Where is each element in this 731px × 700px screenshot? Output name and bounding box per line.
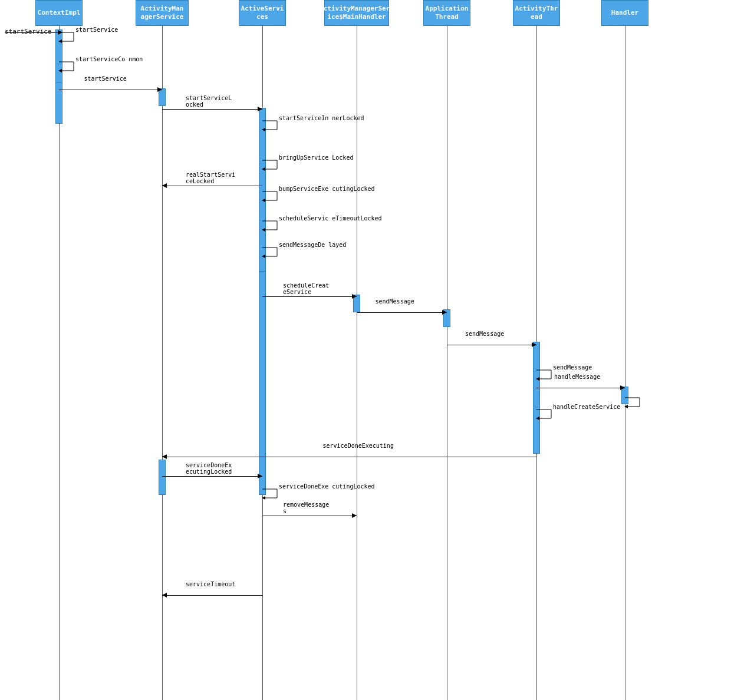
lifeline-line-activityManagerServiceMainHandler xyxy=(357,26,357,700)
lifeline-header-activeServices: ActiveServi ces xyxy=(239,0,286,26)
self-message-label: bumpServiceExe cutingLocked xyxy=(279,186,375,192)
sequence-diagram: ContextImplActivityMan agerServiceActive… xyxy=(0,0,731,700)
activation-activityThread xyxy=(533,342,540,454)
initial-arrowhead xyxy=(58,30,62,35)
message-arrow xyxy=(262,296,357,297)
message-arrow xyxy=(162,109,262,110)
self-message-label: bringUpService Locked xyxy=(279,154,353,161)
lifeline-header-contextImpl: ContextImpl xyxy=(35,0,83,26)
message-label: startServiceL ocked xyxy=(186,95,232,108)
initial-arrow xyxy=(5,32,59,33)
message-arrow xyxy=(162,595,262,596)
message-arrow xyxy=(536,388,625,388)
self-message-label: handleCreateService xyxy=(553,404,620,410)
lifeline-header-activityManagerServiceMainHandler: ActivityManagerServ ice$MainHandler xyxy=(324,0,389,26)
self-message-label: startService xyxy=(75,27,118,33)
message-arrow xyxy=(447,345,536,345)
self-message-label: serviceDoneExe cutingLocked xyxy=(279,483,375,490)
self-message-label: scheduleServic eTimeoutLocked xyxy=(279,215,382,222)
message-arrow xyxy=(262,516,357,516)
lifeline-header-activityManagerService: ActivityMan agerService xyxy=(136,0,189,26)
message-arrow xyxy=(162,476,262,477)
activation-activeServices xyxy=(259,271,266,495)
lifeline-line-activityManagerService xyxy=(162,26,163,700)
lifeline-line-contextImpl xyxy=(59,26,60,700)
self-message-label: startServiceCo nmon xyxy=(75,56,143,62)
message-label: handleMessage xyxy=(554,374,600,380)
lifeline-header-activityThread: ActivityThr ead xyxy=(513,0,560,26)
message-label: serviceDoneEx ecutingLocked xyxy=(186,462,232,475)
message-label: startService xyxy=(84,75,127,82)
lifeline-line-handler xyxy=(625,26,625,700)
message-label: removeMessage s xyxy=(283,501,329,514)
self-message-label: sendMessageDe layed xyxy=(279,242,346,248)
message-label: sendMessage xyxy=(465,331,504,337)
activation-contextImpl xyxy=(55,82,62,124)
initial-start-label: startService xyxy=(5,28,51,35)
lifeline-line-applicationThread xyxy=(447,26,447,700)
message-label: serviceDoneExecuting xyxy=(323,443,394,449)
message-arrow xyxy=(59,90,162,90)
message-label: realStartServi ceLocked xyxy=(186,171,235,184)
self-arrow xyxy=(625,395,648,410)
lifeline-header-handler: Handler xyxy=(601,0,648,26)
message-label: scheduleCreat eService xyxy=(283,282,329,295)
self-message-label: sendMessage xyxy=(553,364,592,371)
message-label: sendMessage xyxy=(376,298,414,305)
activation-activityManagerService xyxy=(159,460,166,495)
self-message-label: startServiceIn nerLocked xyxy=(279,115,364,121)
message-arrow xyxy=(162,186,262,186)
message-label: serviceTimeout xyxy=(186,581,235,587)
lifeline-header-applicationThread: Application Thread xyxy=(423,0,470,26)
message-arrow xyxy=(357,312,447,313)
message-arrow xyxy=(162,457,536,457)
